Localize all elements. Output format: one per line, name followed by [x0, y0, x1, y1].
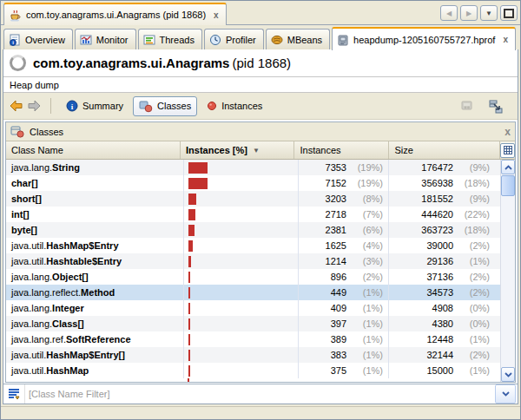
instances-percent-bar [188, 256, 191, 267]
breadcrumb-label: Heap dump [10, 80, 59, 90]
page-title: com.toy.anagrams.ui.Anagrams (pid 1868) [3, 49, 518, 76]
class-package: java.lang.ref. [11, 334, 66, 345]
chevron-down-icon [502, 391, 510, 397]
scroll-tabs-right-button[interactable]: ▶ [460, 5, 478, 21]
table-row[interactable]: java.util.HashMap 375(1%) 15000(1%) [6, 363, 501, 378]
instances-label: Instances [221, 101, 262, 111]
table-row[interactable]: java.lang.reflect.Method 449(1%) 34573(2… [6, 285, 501, 300]
filter-icon[interactable] [3, 384, 25, 404]
size-value: 444620 [421, 209, 453, 220]
table-row-clipped[interactable] [6, 378, 501, 382]
forward-button[interactable] [27, 99, 42, 113]
classes-panel-icon [10, 125, 24, 138]
instances-percent-bar [188, 318, 190, 330]
tab-mbeans[interactable]: MBeans [266, 29, 330, 49]
table-body: java.lang.String 7353(19%) 176472(9%) ch… [6, 160, 515, 382]
table-row[interactable]: java.lang.Class[] 397(1%) 4380(0%) [6, 316, 501, 331]
tab-label: Monitor [96, 35, 129, 45]
class-package: java.lang. [11, 303, 52, 313]
tab-anagrams-application[interactable]: com.toy.anagrams.ui.Anagrams (pid 1868) … [3, 3, 227, 25]
instances-value: 1625 [326, 240, 346, 251]
heapdump-view: com.toy.anagrams.ui.Anagrams (pid 1868) … [3, 49, 518, 404]
table-row[interactable]: char[] 7152(19%) 356938(18%) [6, 175, 501, 191]
table-row[interactable]: short[] 3203(8%) 181552(9%) [6, 191, 501, 207]
scrollbar-thumb[interactable] [501, 175, 515, 196]
table-row[interactable]: java.util.HashMap$Entry[] 383(1%) 32144(… [6, 347, 501, 363]
instances-percent: (4%) [346, 240, 388, 251]
instances-value: 383 [331, 350, 346, 360]
size-value: 12448 [426, 334, 453, 345]
class-name: Object[] [52, 272, 89, 282]
maximize-button[interactable] [500, 5, 518, 21]
scrollbar-track[interactable] [501, 196, 515, 367]
filter-dropdown-button[interactable] [495, 384, 516, 404]
class-name: Class[] [52, 318, 84, 329]
instances-percent: (19%) [346, 162, 388, 173]
scroll-up-button[interactable] [501, 160, 515, 174]
classes-panel: Classes x Class Name Instances [%]▼ Inst… [5, 121, 516, 383]
size-value: 32144 [426, 350, 453, 360]
threads-icon [143, 34, 155, 46]
tab-label: Threads [160, 35, 195, 45]
summary-button[interactable]: i Summary [60, 96, 129, 115]
column-header-size[interactable]: Size [389, 141, 500, 159]
tab-monitor[interactable]: Monitor [75, 29, 136, 49]
size-percent: (2%) [453, 272, 495, 282]
class-name: short[] [11, 194, 42, 204]
table-row[interactable]: java.util.HashMap$Entry 1625(4%) 39000(2… [6, 238, 501, 253]
size-percent: (18%) [453, 178, 495, 188]
instances-button[interactable]: Instances [201, 97, 268, 115]
instances-percent-bar [188, 162, 208, 174]
progress-spinner-icon [10, 55, 26, 71]
instances-value: 3203 [326, 194, 346, 204]
scroll-tabs-left-button[interactable]: ◀ [440, 5, 458, 21]
table-header: Class Name Instances [%]▼ Instances Size [6, 141, 515, 160]
visualvm-window: com.toy.anagrams.ui.Anagrams (pid 1868) … [0, 0, 521, 420]
size-percent: (9%) [453, 194, 495, 204]
tab-label: heapdump-1205160755727.hprof [353, 35, 495, 45]
instances-percent: (8%) [346, 194, 388, 204]
chevron-down-icon [505, 372, 512, 377]
tab-heapdump[interactable]: heapdump-1205160755727.hprof x [332, 27, 516, 50]
tab-label: Profiler [226, 35, 256, 45]
instances-percent: (6%) [346, 225, 388, 235]
title-pid: (pid 1868) [233, 56, 292, 70]
grid-icon [504, 146, 512, 154]
size-value: 356938 [421, 178, 453, 188]
class-package: java.lang. [11, 272, 52, 282]
close-icon[interactable]: x [503, 35, 508, 44]
classes-button[interactable]: Classes [133, 96, 197, 116]
close-icon[interactable]: x [214, 10, 219, 20]
table-row[interactable]: java.util.Hashtable$Entry 1214(3%) 29136… [6, 253, 501, 269]
table-row[interactable]: java.lang.ref.SoftReference 389(1%) 1244… [6, 331, 501, 347]
info-icon: i [66, 100, 78, 112]
column-selector-button[interactable] [500, 143, 515, 158]
instances-percent: (1%) [346, 318, 388, 329]
instances-value: 449 [331, 287, 346, 298]
table-row[interactable]: java.lang.Object[] 896(2%) 37136(2%) [6, 269, 501, 285]
size-value: 181552 [421, 194, 453, 204]
back-button[interactable] [9, 99, 23, 113]
vertical-scrollbar[interactable] [500, 160, 515, 382]
class-name: HashMap [46, 365, 89, 376]
class-name: Hashtable$Entry [46, 256, 122, 266]
table-row[interactable]: byte[] 2381(6%) 363723(18%) [6, 222, 501, 238]
tab-threads[interactable]: Threads [138, 29, 202, 49]
table-row[interactable]: java.lang.String 7353(19%) 176472(9%) [6, 160, 501, 175]
class-package: java.lang. [11, 318, 52, 329]
tab-list-dropdown-button[interactable]: ▼ [480, 5, 498, 21]
class-name-filter-input[interactable] [25, 386, 495, 402]
export-to-file-button[interactable] [486, 97, 505, 115]
tab-overview[interactable]: i Overview [3, 29, 73, 49]
size-percent: (0%) [453, 303, 495, 313]
tab-profiler[interactable]: Profiler [204, 29, 264, 49]
scroll-down-button[interactable] [501, 367, 515, 382]
size-percent: (18%) [453, 225, 495, 235]
column-header-instances-pct[interactable]: Instances [%]▼ [181, 141, 294, 159]
close-icon[interactable]: x [505, 126, 511, 138]
table-row[interactable]: java.lang.Integer 409(1%) 4908(0%) [6, 300, 501, 316]
column-header-instances[interactable]: Instances [294, 141, 389, 159]
column-header-class-name[interactable]: Class Name [6, 141, 181, 159]
overview-icon: i [9, 34, 21, 46]
table-row[interactable]: int[] 2718(7%) 444620(22%) [6, 207, 501, 222]
